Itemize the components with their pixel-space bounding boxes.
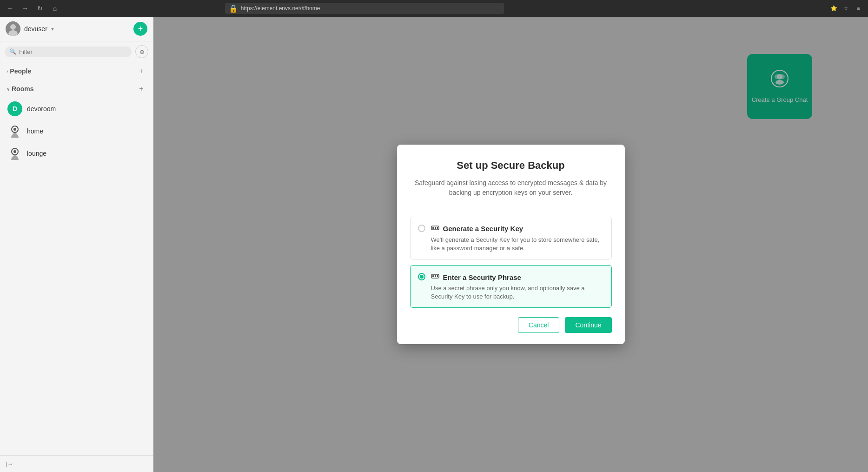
room-avatar-home [7, 124, 22, 139]
room-avatar-lounge [7, 146, 22, 161]
svg-rect-14 [435, 227, 436, 229]
room-name-home: home [27, 127, 43, 135]
modal-divider [410, 209, 612, 209]
option-generate-desc: We'll generate a Security Key for you to… [431, 236, 604, 253]
option-generate-content: Generate a Security Key We'll generate a… [431, 224, 604, 253]
radio-enter-phrase[interactable] [418, 273, 425, 280]
svg-point-6 [13, 150, 16, 153]
browser-toolbar: ⭐ ☆ ≡ [829, 3, 863, 13]
key-icon [431, 224, 439, 234]
sidebar-header: devuser ▾ + [0, 17, 153, 41]
room-item-devoroom[interactable]: D devoroom [3, 98, 150, 120]
extensions-button[interactable]: ⭐ [829, 3, 839, 13]
room-item-lounge[interactable]: lounge [3, 142, 150, 165]
option-phrase-title: Enter a Security Phrase [431, 272, 604, 282]
app-container: devuser ▾ + 🔍 ⊕ › People + [0, 17, 868, 472]
modal-title: Set up Secure Backup [410, 160, 612, 172]
modal-overlay: Set up Secure Backup Safeguard against l… [153, 17, 868, 472]
compose-icon: + [138, 24, 143, 34]
svg-point-4 [13, 128, 16, 131]
svg-rect-15 [437, 227, 438, 229]
main-content: ment tion Create a Group Chat Set up Sec… [153, 17, 868, 472]
browser-chrome: ← → ↻ ⌂ 🔒 https://element.envs.net/#/hom… [0, 0, 868, 17]
cancel-button[interactable]: Cancel [518, 317, 560, 333]
filter-input[interactable] [19, 48, 127, 55]
rooms-section-title: ∨ Rooms [7, 85, 33, 93]
username-label: devuser [24, 25, 47, 33]
radio-generate-key[interactable] [418, 225, 425, 232]
phrase-icon [431, 272, 439, 282]
option-phrase-content: Enter a Security Phrase Use a secret phr… [431, 272, 604, 301]
svg-point-1 [10, 24, 16, 30]
continue-button[interactable]: Continue [565, 317, 611, 333]
modal-actions: Cancel Continue [410, 317, 612, 333]
address-bar[interactable]: 🔒 https://element.envs.net/#/home [225, 3, 504, 14]
back-button[interactable]: ← [5, 3, 16, 14]
modal-description: Safeguard against losing access to encry… [410, 178, 612, 198]
people-section-header[interactable]: › People + [0, 62, 153, 80]
room-name-lounge: lounge [27, 150, 46, 157]
svg-rect-17 [432, 275, 434, 277]
room-list: D devoroom home [0, 98, 153, 165]
sidebar-bottom: |→ [0, 455, 153, 472]
signout-button[interactable]: |→ [6, 460, 13, 467]
chevron-down-icon: ▾ [51, 26, 54, 32]
svg-rect-19 [437, 275, 438, 277]
sidebar: devuser ▾ + 🔍 ⊕ › People + [0, 17, 153, 472]
signout-icon: |→ [6, 460, 13, 467]
explore-icon: ⊕ [139, 48, 145, 55]
rooms-chevron-icon: ∨ [7, 86, 10, 92]
url-text: https://element.envs.net/#/home [241, 5, 320, 12]
svg-rect-18 [435, 275, 436, 277]
svg-rect-13 [432, 227, 434, 229]
compose-button[interactable]: + [133, 22, 147, 36]
add-rooms-button[interactable]: + [136, 84, 146, 94]
rooms-section-header[interactable]: ∨ Rooms + [0, 80, 153, 98]
option-generate-title: Generate a Security Key [431, 224, 604, 234]
filter-input-wrap[interactable]: 🔍 [5, 47, 132, 57]
explore-button[interactable]: ⊕ [135, 45, 148, 58]
option-enter-phrase[interactable]: Enter a Security Phrase Use a secret phr… [410, 265, 612, 308]
add-people-button[interactable]: + [136, 66, 146, 76]
user-avatar [6, 21, 20, 36]
search-bar: 🔍 ⊕ [0, 41, 153, 62]
refresh-button[interactable]: ↻ [34, 3, 46, 14]
room-avatar-devoroom: D [7, 101, 22, 116]
bookmark-button[interactable]: ☆ [841, 3, 851, 13]
home-button[interactable]: ⌂ [49, 3, 60, 14]
room-item-home[interactable]: home [3, 120, 150, 142]
secure-backup-modal: Set up Secure Backup Safeguard against l… [397, 145, 625, 345]
option-generate-key[interactable]: Generate a Security Key We'll generate a… [410, 217, 612, 259]
search-icon: 🔍 [9, 48, 16, 55]
people-section-title: › People [7, 67, 31, 75]
option-phrase-desc: Use a secret phrase only you know, and o… [431, 284, 604, 301]
user-menu[interactable]: devuser ▾ [6, 21, 54, 36]
people-chevron-icon: › [7, 69, 8, 74]
lock-icon: 🔒 [229, 4, 238, 13]
forward-button[interactable]: → [20, 3, 31, 14]
menu-button[interactable]: ≡ [853, 3, 863, 13]
room-name-devoroom: devoroom [27, 105, 56, 113]
